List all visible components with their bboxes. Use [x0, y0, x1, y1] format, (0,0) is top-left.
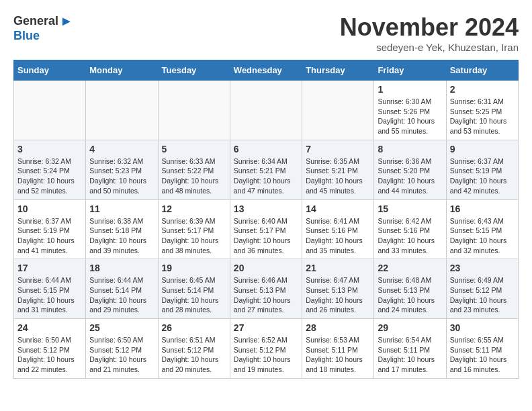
calendar-cell: 5Sunrise: 6:33 AMSunset: 5:22 PMDaylight… [158, 140, 230, 199]
day-number: 9 [450, 144, 515, 154]
day-number: 18 [89, 263, 154, 273]
calendar-cell: 29Sunrise: 6:54 AMSunset: 5:11 PMDayligh… [374, 319, 446, 379]
day-number: 17 [17, 263, 82, 273]
day-number: 14 [306, 203, 370, 214]
day-number: 25 [89, 322, 154, 333]
day-number: 7 [306, 144, 370, 154]
calendar-cell: 10Sunrise: 6:37 AMSunset: 5:19 PMDayligh… [14, 199, 86, 259]
logo: General ► Blue [13, 13, 73, 43]
day-number: 3 [17, 144, 82, 154]
calendar: SundayMondayTuesdayWednesdayThursdayFrid… [13, 60, 519, 379]
calendar-cell: 24Sunrise: 6:50 AMSunset: 5:12 PMDayligh… [14, 319, 86, 379]
day-number: 11 [89, 203, 154, 214]
calendar-cell: 28Sunrise: 6:53 AMSunset: 5:11 PMDayligh… [302, 319, 374, 379]
weekday-header-tuesday: Tuesday [158, 60, 230, 81]
calendar-cell [302, 81, 374, 140]
logo-arrow-icon: ► [60, 13, 73, 29]
calendar-cell: 17Sunrise: 6:44 AMSunset: 5:15 PMDayligh… [14, 259, 86, 319]
calendar-cell: 14Sunrise: 6:41 AMSunset: 5:16 PMDayligh… [302, 199, 374, 259]
calendar-cell: 1Sunrise: 6:30 AMSunset: 5:26 PMDaylight… [374, 81, 446, 140]
calendar-cell: 6Sunrise: 6:34 AMSunset: 5:21 PMDaylight… [230, 140, 302, 199]
day-number: 23 [450, 263, 515, 273]
calendar-cell: 23Sunrise: 6:49 AMSunset: 5:12 PMDayligh… [446, 259, 518, 319]
day-number: 10 [17, 203, 82, 214]
day-number: 12 [162, 203, 226, 214]
calendar-week-row: 1Sunrise: 6:30 AMSunset: 5:26 PMDaylight… [14, 81, 519, 140]
day-number: 28 [306, 322, 370, 333]
day-number: 19 [162, 263, 226, 273]
day-number: 8 [378, 144, 442, 154]
day-info: Sunrise: 6:36 AMSunset: 5:20 PMDaylight:… [378, 156, 442, 196]
header: General ► Blue November 2024 sedeyen-e Y… [13, 13, 519, 53]
calendar-cell: 27Sunrise: 6:52 AMSunset: 5:12 PMDayligh… [230, 319, 302, 379]
calendar-cell: 22Sunrise: 6:48 AMSunset: 5:13 PMDayligh… [374, 259, 446, 319]
day-info: Sunrise: 6:54 AMSunset: 5:11 PMDaylight:… [378, 335, 442, 375]
day-info: Sunrise: 6:50 AMSunset: 5:12 PMDaylight:… [89, 335, 154, 375]
month-title: November 2024 [340, 13, 519, 42]
calendar-cell [86, 81, 158, 140]
day-info: Sunrise: 6:33 AMSunset: 5:22 PMDaylight:… [162, 156, 226, 196]
calendar-cell: 11Sunrise: 6:38 AMSunset: 5:18 PMDayligh… [86, 199, 158, 259]
day-info: Sunrise: 6:35 AMSunset: 5:21 PMDaylight:… [306, 156, 370, 196]
calendar-cell: 2Sunrise: 6:31 AMSunset: 5:25 PMDaylight… [446, 81, 518, 140]
day-info: Sunrise: 6:48 AMSunset: 5:13 PMDaylight:… [378, 275, 442, 315]
weekday-header-monday: Monday [86, 60, 158, 81]
calendar-cell: 3Sunrise: 6:32 AMSunset: 5:24 PMDaylight… [14, 140, 86, 199]
day-info: Sunrise: 6:53 AMSunset: 5:11 PMDaylight:… [306, 335, 370, 375]
weekday-header-friday: Friday [374, 60, 446, 81]
logo-general-text: General [13, 14, 58, 28]
day-info: Sunrise: 6:44 AMSunset: 5:14 PMDaylight:… [89, 275, 154, 315]
day-number: 27 [234, 322, 298, 333]
weekday-header-row: SundayMondayTuesdayWednesdayThursdayFrid… [14, 60, 519, 81]
day-number: 16 [450, 203, 515, 214]
day-number: 2 [450, 84, 515, 95]
day-number: 6 [234, 144, 298, 154]
location-subtitle: sedeyen-e Yek, Khuzestan, Iran [340, 42, 519, 53]
calendar-cell: 15Sunrise: 6:42 AMSunset: 5:16 PMDayligh… [374, 199, 446, 259]
calendar-cell: 12Sunrise: 6:39 AMSunset: 5:17 PMDayligh… [158, 199, 230, 259]
day-info: Sunrise: 6:37 AMSunset: 5:19 PMDaylight:… [450, 156, 515, 196]
calendar-cell: 21Sunrise: 6:47 AMSunset: 5:13 PMDayligh… [302, 259, 374, 319]
day-info: Sunrise: 6:41 AMSunset: 5:16 PMDaylight:… [306, 216, 370, 256]
day-info: Sunrise: 6:43 AMSunset: 5:15 PMDaylight:… [450, 216, 515, 256]
calendar-week-row: 3Sunrise: 6:32 AMSunset: 5:24 PMDaylight… [14, 140, 519, 199]
day-number: 5 [162, 144, 226, 154]
day-number: 21 [306, 263, 370, 273]
day-info: Sunrise: 6:46 AMSunset: 5:13 PMDaylight:… [234, 275, 298, 315]
title-section: November 2024 sedeyen-e Yek, Khuzestan, … [340, 13, 519, 53]
calendar-cell: 13Sunrise: 6:40 AMSunset: 5:17 PMDayligh… [230, 199, 302, 259]
day-info: Sunrise: 6:50 AMSunset: 5:12 PMDaylight:… [17, 335, 82, 375]
day-info: Sunrise: 6:47 AMSunset: 5:13 PMDaylight:… [306, 275, 370, 315]
day-info: Sunrise: 6:30 AMSunset: 5:26 PMDaylight:… [378, 97, 442, 136]
day-info: Sunrise: 6:32 AMSunset: 5:23 PMDaylight:… [89, 156, 154, 196]
day-number: 30 [450, 322, 515, 333]
day-number: 29 [378, 322, 442, 333]
calendar-cell: 7Sunrise: 6:35 AMSunset: 5:21 PMDaylight… [302, 140, 374, 199]
calendar-cell [14, 81, 86, 140]
day-number: 13 [234, 203, 298, 214]
day-number: 24 [17, 322, 82, 333]
calendar-cell: 18Sunrise: 6:44 AMSunset: 5:14 PMDayligh… [86, 259, 158, 319]
calendar-week-row: 10Sunrise: 6:37 AMSunset: 5:19 PMDayligh… [14, 199, 519, 259]
calendar-cell: 4Sunrise: 6:32 AMSunset: 5:23 PMDaylight… [86, 140, 158, 199]
calendar-cell: 26Sunrise: 6:51 AMSunset: 5:12 PMDayligh… [158, 319, 230, 379]
weekday-header-sunday: Sunday [14, 60, 86, 81]
calendar-cell: 9Sunrise: 6:37 AMSunset: 5:19 PMDaylight… [446, 140, 518, 199]
day-number: 26 [162, 322, 226, 333]
day-info: Sunrise: 6:55 AMSunset: 5:11 PMDaylight:… [450, 335, 515, 375]
day-info: Sunrise: 6:44 AMSunset: 5:15 PMDaylight:… [17, 275, 82, 315]
calendar-cell [230, 81, 302, 140]
day-info: Sunrise: 6:42 AMSunset: 5:16 PMDaylight:… [378, 216, 442, 256]
calendar-cell: 25Sunrise: 6:50 AMSunset: 5:12 PMDayligh… [86, 319, 158, 379]
day-info: Sunrise: 6:32 AMSunset: 5:24 PMDaylight:… [17, 156, 82, 196]
calendar-cell: 16Sunrise: 6:43 AMSunset: 5:15 PMDayligh… [446, 199, 518, 259]
calendar-week-row: 17Sunrise: 6:44 AMSunset: 5:15 PMDayligh… [14, 259, 519, 319]
calendar-cell: 8Sunrise: 6:36 AMSunset: 5:20 PMDaylight… [374, 140, 446, 199]
logo-blue-text: Blue [13, 29, 40, 42]
calendar-cell: 20Sunrise: 6:46 AMSunset: 5:13 PMDayligh… [230, 259, 302, 319]
day-number: 22 [378, 263, 442, 273]
day-number: 4 [89, 144, 154, 154]
day-info: Sunrise: 6:38 AMSunset: 5:18 PMDaylight:… [89, 216, 154, 256]
calendar-week-row: 24Sunrise: 6:50 AMSunset: 5:12 PMDayligh… [14, 319, 519, 379]
day-number: 1 [378, 84, 442, 95]
